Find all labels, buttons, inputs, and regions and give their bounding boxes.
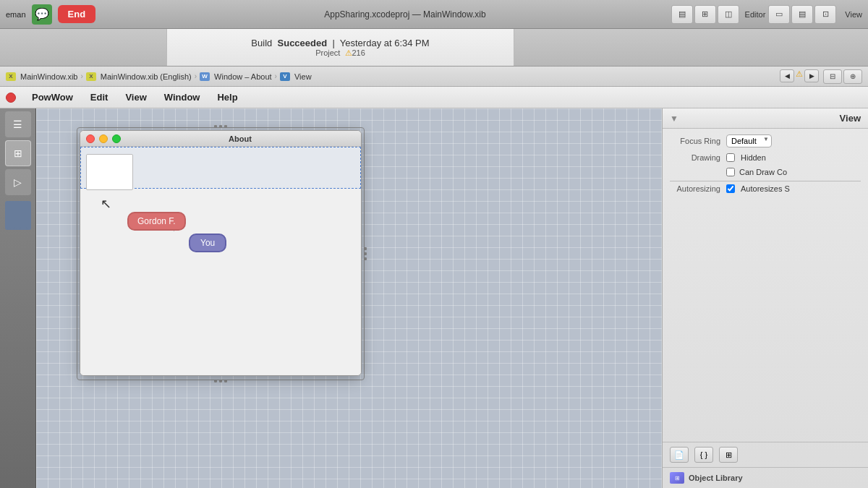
- window-handle-bottom: [214, 380, 227, 382]
- menu-item-edit[interactable]: Edit: [83, 90, 116, 105]
- object-library-icon: ⊞: [670, 472, 684, 484]
- view-btn-3[interactable]: ⊡: [814, 5, 836, 24]
- breadcrumb-forward-btn[interactable]: ▶: [804, 69, 819, 82]
- editor-label: Editor: [745, 10, 766, 19]
- autoresizing-row: Autoresizing Autoresizes S: [670, 184, 861, 193]
- object-library-row: ⊞ Object Library: [663, 467, 868, 488]
- you-badge-label: You: [200, 238, 215, 248]
- breadcrumb-nav: ◀ ⚠ ▶ ⊟ ⊕: [780, 69, 862, 84]
- focus-ring-label: Focus Ring: [670, 137, 720, 145]
- you-badge[interactable]: You: [189, 234, 226, 252]
- image-placeholder: [86, 154, 133, 190]
- right-panel-divider: [670, 181, 861, 181]
- person-area: eman: [6, 10, 26, 19]
- breadcrumb-icon-1: X: [6, 72, 16, 81]
- menu-item-window[interactable]: Window: [157, 90, 208, 105]
- traffic-light-green[interactable]: [112, 134, 121, 143]
- editor-btn-3[interactable]: ◫: [718, 5, 739, 24]
- menu-app-name[interactable]: PowWow: [25, 90, 80, 105]
- view-toolbar-group: ▭ ▤ ⊡: [768, 5, 836, 24]
- editor-btn-1[interactable]: ▤: [671, 5, 693, 24]
- breadcrumb-bar: X MainWindow.xib › X MainWindow.xib (Eng…: [0, 67, 868, 87]
- bottom-icon-2[interactable]: { }: [694, 447, 713, 463]
- breadcrumb-item-2[interactable]: MainWindow.xib (English): [101, 72, 192, 81]
- view-label: View: [845, 10, 862, 19]
- menu-item-help[interactable]: Help: [210, 90, 244, 105]
- build-status-text: Build Succeeded | Yesterday at 6:34 PM: [251, 38, 429, 48]
- gordon-badge[interactable]: Gordon F.: [127, 212, 186, 231]
- autoresizing-checkbox[interactable]: [726, 184, 735, 193]
- build-left-space: [0, 29, 166, 66]
- left-sidebar: ☰ ⊞ ▷: [0, 108, 36, 488]
- menu-item-view[interactable]: View: [118, 90, 153, 105]
- autoresizes-label: Autoresizes S: [741, 184, 790, 193]
- can-draw-label: Can Draw Co: [739, 168, 787, 176]
- hidden-label: Hidden: [741, 153, 766, 162]
- breadcrumb-icon-3: W: [200, 72, 210, 81]
- sidebar-btn-2[interactable]: ⊞: [5, 140, 31, 166]
- right-panel-triangle: ▼: [670, 114, 678, 124]
- breadcrumb-item-3[interactable]: Window – About: [214, 72, 272, 81]
- xcode-window-body: ↖ ↖ Gordon F. You: [80, 147, 361, 375]
- breadcrumb-icon-btn[interactable]: ⊕: [843, 69, 862, 84]
- build-label: Build: [251, 38, 272, 48]
- bottom-icon-3[interactable]: ⊞: [719, 447, 738, 463]
- build-succeeded-label: Succeeded: [278, 38, 328, 48]
- drawing-label: Drawing: [670, 153, 720, 162]
- can-draw-checkbox[interactable]: [726, 168, 735, 176]
- chat-icon: 💬: [32, 4, 52, 25]
- view-btn-1[interactable]: ▭: [768, 5, 790, 24]
- build-row: Build Succeeded | Yesterday at 6:34 PM P…: [0, 29, 868, 67]
- traffic-light-yellow[interactable]: [99, 134, 108, 143]
- build-right: [514, 29, 868, 66]
- breadcrumb-sep-3: ›: [275, 72, 277, 80]
- breadcrumb-warning-icon: ⚠: [796, 69, 803, 84]
- sidebar-btn-1[interactable]: ☰: [5, 111, 31, 137]
- breadcrumb-icon-4: V: [280, 72, 290, 81]
- gordon-badge-label: Gordon F.: [137, 216, 176, 226]
- breadcrumb-sep-1: ›: [80, 72, 82, 80]
- window-handle-right: [364, 247, 367, 260]
- main-layout: ☰ ⊞ ▷: [0, 108, 868, 488]
- view-btn-2[interactable]: ▤: [791, 5, 813, 24]
- cursor-arrow-1: ↖: [101, 196, 111, 212]
- sidebar-color-strip: [5, 201, 31, 230]
- canvas-area[interactable]: About ↖ ↖ Gordon F. You: [36, 108, 662, 488]
- breadcrumb-extra-btn[interactable]: ⊟: [823, 69, 842, 84]
- project-label: Project: [315, 48, 340, 57]
- app-right-area: ▤ ⊞ ◫ Editor ▭ ▤ ⊡ View: [645, 5, 862, 24]
- bottom-icon-1[interactable]: 📄: [670, 447, 689, 463]
- warning-icon: ⚠: [345, 48, 352, 57]
- end-button[interactable]: End: [58, 5, 96, 23]
- focus-ring-row: Focus Ring Default: [670, 134, 861, 147]
- sidebar-btn-3[interactable]: ▷: [5, 169, 31, 195]
- object-library-label: Object Library: [689, 474, 743, 482]
- person-label: eman: [6, 10, 26, 19]
- build-center: Build Succeeded | Yesterday at 6:34 PM P…: [166, 29, 514, 66]
- right-panel-section: Focus Ring Default Drawing Hidden Can Dr…: [663, 129, 868, 205]
- build-sub-text: Project ⚠216: [315, 48, 365, 58]
- right-panel-header: ▼ View: [663, 108, 868, 129]
- xcode-window-titlebar: About: [80, 131, 361, 147]
- editor-btn-2[interactable]: ⊞: [694, 5, 716, 24]
- app-center-area: AppSharing.xcodeproj — MainWindow.xib: [171, 9, 639, 20]
- autoresizing-label: Autoresizing: [670, 184, 720, 193]
- menu-close-btn[interactable]: [6, 93, 16, 103]
- window-handle-top: [214, 125, 227, 128]
- hidden-checkbox[interactable]: [726, 153, 735, 162]
- breadcrumb-item-1[interactable]: MainWindow.xib: [20, 72, 77, 81]
- traffic-light-red[interactable]: [86, 134, 95, 143]
- build-separator: |: [332, 38, 334, 48]
- right-panel: ▼ View Focus Ring Default Drawing Hidden: [662, 108, 868, 488]
- can-draw-row: Can Draw Co: [726, 168, 861, 176]
- build-timestamp: Yesterday at 6:34 PM: [340, 38, 430, 48]
- about-window-title: About: [125, 134, 355, 143]
- focus-ring-select[interactable]: Default: [726, 134, 772, 147]
- app-left-area: eman 💬 End: [6, 4, 165, 25]
- focus-ring-select-wrapper: Default: [726, 134, 772, 147]
- warning-count: 216: [352, 48, 365, 57]
- right-panel-bottom: 📄 { } ⊞: [663, 442, 868, 467]
- breadcrumb-item-4[interactable]: View: [294, 72, 312, 81]
- breadcrumb-back-btn[interactable]: ◀: [780, 69, 794, 82]
- right-panel-title: View: [840, 113, 861, 124]
